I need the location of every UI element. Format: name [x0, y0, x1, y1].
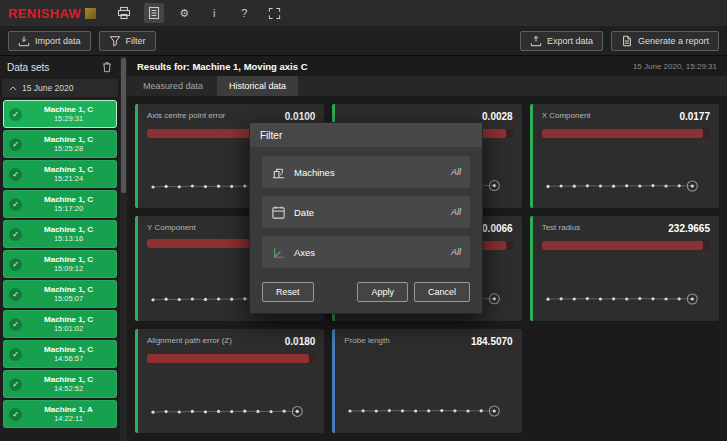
filter-axes-label: Axes [294, 247, 315, 258]
filter-button[interactable]: Filter [99, 31, 156, 51]
import-data-label: Import data [35, 36, 81, 46]
date-group-header[interactable]: 15 June 2020 [2, 79, 118, 97]
dataset-item[interactable]: ✓ Machine 1, C 14:56:57 [3, 340, 117, 368]
filter-dialog: Filter Machines All Date All Axes All Re… [249, 122, 483, 314]
results-tabbar: Measured data Historical data [127, 76, 727, 96]
check-icon: ✓ [9, 288, 22, 301]
filter-machines-label: Machines [294, 167, 335, 178]
card-error-bar-fill [147, 354, 309, 363]
printer-icon[interactable] [114, 3, 134, 23]
dataset-item[interactable]: ✓ Machine 1, C 15:29:31 [3, 100, 117, 128]
filter-row-date[interactable]: Date All [262, 196, 470, 228]
info-icon[interactable]: i [204, 3, 224, 23]
top-bar: RENISHAW ⚙ i ? [0, 0, 727, 26]
card-error-bar-fill [542, 129, 704, 138]
card-error-bar-fill [542, 241, 704, 250]
export-data-button[interactable]: Export data [520, 31, 603, 51]
card-error-bar [542, 129, 710, 138]
renishaw-logo-mark [85, 8, 96, 19]
dataset-item[interactable]: ✓ Machine 1, A 14:22:11 [3, 400, 117, 428]
dataset-machine-label: Machine 1, C [44, 375, 93, 385]
dataset-item[interactable]: ✓ Machine 1, C 14:52:52 [3, 370, 117, 398]
tab-historical-data[interactable]: Historical data [217, 76, 298, 96]
card-trend-chart [147, 396, 315, 426]
import-data-button[interactable]: Import data [8, 31, 91, 51]
result-card[interactable]: Probe length 184.5070 [332, 329, 521, 433]
reset-button[interactable]: Reset [262, 282, 314, 302]
cancel-button[interactable]: Cancel [414, 282, 470, 302]
filter-date-value: All [451, 207, 461, 217]
card-title: Probe length [344, 336, 389, 345]
machines-icon [271, 165, 286, 180]
help-icon[interactable]: ? [234, 3, 254, 23]
card-title: Axis centre point error [147, 111, 225, 120]
generate-report-label: Generate a report [638, 36, 709, 46]
dataset-item[interactable]: ✓ Machine 1, C 15:25:28 [3, 130, 117, 158]
card-title: Y Component [147, 223, 196, 232]
card-value: 232.9665 [668, 223, 710, 234]
trash-icon[interactable] [101, 61, 113, 73]
dataset-time-label: 15:01:02 [54, 324, 83, 333]
action-toolbar: Import data Filter Export data Generate … [0, 26, 727, 56]
card-trend-chart [542, 284, 710, 314]
dataset-time-label: 15:09:12 [54, 264, 83, 273]
dataset-machine-label: Machine 1, C [44, 255, 93, 265]
check-icon: ✓ [9, 258, 22, 271]
card-value: 0.0180 [285, 336, 316, 347]
dataset-machine-label: Machine 1, C [44, 165, 93, 175]
dataset-item[interactable]: ✓ Machine 1, C 15:01:02 [3, 310, 117, 338]
dataset-item[interactable]: ✓ Machine 1, C 15:21:24 [3, 160, 117, 188]
filter-dialog-title: Filter [250, 123, 482, 147]
dataset-time-label: 14:22:11 [54, 414, 83, 423]
results-header: Results for: Machine 1, Moving axis C 15… [127, 56, 727, 76]
check-icon: ✓ [9, 198, 22, 211]
dataset-time-label: 15:05:07 [54, 294, 83, 303]
results-clipboard-icon[interactable] [144, 3, 164, 23]
card-error-bar [542, 241, 710, 250]
filter-row-machines[interactable]: Machines All [262, 156, 470, 188]
fullscreen-icon[interactable] [264, 3, 284, 23]
result-card[interactable]: Test radius 232.9665 [530, 216, 719, 320]
top-icon-strip: ⚙ i ? [114, 3, 284, 23]
import-icon [18, 35, 30, 47]
dataset-time-label: 15:17:20 [54, 204, 83, 213]
dataset-item[interactable]: ✓ Machine 1, C 15:09:12 [3, 250, 117, 278]
dataset-time-label: 14:52:52 [54, 384, 83, 393]
report-document-icon [621, 35, 633, 47]
dataset-machine-label: Machine 1, A [44, 405, 93, 415]
check-icon: ✓ [9, 108, 22, 121]
dataset-item[interactable]: ✓ Machine 1, C 15:13:16 [3, 220, 117, 248]
generate-report-button[interactable]: Generate a report [611, 31, 719, 51]
check-icon: ✓ [9, 138, 22, 151]
date-group-label: 15 June 2020 [22, 83, 74, 93]
chevron-up-icon [9, 86, 17, 91]
sidebar-scrollbar[interactable] [120, 56, 127, 441]
apply-button[interactable]: Apply [357, 282, 408, 302]
axes-icon [271, 245, 286, 260]
card-trend-chart [344, 396, 512, 426]
funnel-icon [109, 35, 121, 47]
footer-spacer [320, 282, 352, 302]
calendar-icon [271, 205, 286, 220]
dataset-machine-label: Machine 1, C [44, 135, 93, 145]
filter-row-axes[interactable]: Axes All [262, 236, 470, 268]
result-card[interactable]: X Component 0.0177 [530, 104, 719, 208]
card-value: 0.0028 [482, 111, 513, 122]
dataset-time-label: 15:25:28 [54, 144, 83, 153]
dataset-machine-label: Machine 1, C [44, 285, 93, 295]
dataset-machine-label: Machine 1, C [44, 345, 93, 355]
check-icon: ✓ [9, 318, 22, 331]
sidebar-scrollbar-thumb[interactable] [121, 58, 126, 193]
dataset-item[interactable]: ✓ Machine 1, C 15:05:07 [3, 280, 117, 308]
card-error-bar [147, 354, 315, 363]
card-title: Test radius [542, 223, 581, 232]
filter-button-label: Filter [126, 36, 146, 46]
dataset-item[interactable]: ✓ Machine 1, C 15:17:20 [3, 190, 117, 218]
card-value: 0.0177 [679, 111, 710, 122]
renishaw-logo: RENISHAW [8, 6, 96, 21]
tab-measured-data[interactable]: Measured data [131, 76, 215, 96]
renishaw-wordmark: RENISHAW [8, 6, 81, 21]
filter-dialog-body: Machines All Date All Axes All [250, 147, 482, 278]
settings-gear-icon[interactable]: ⚙ [174, 3, 194, 23]
result-card[interactable]: Alignment path error (Z) 0.0180 [135, 329, 324, 433]
